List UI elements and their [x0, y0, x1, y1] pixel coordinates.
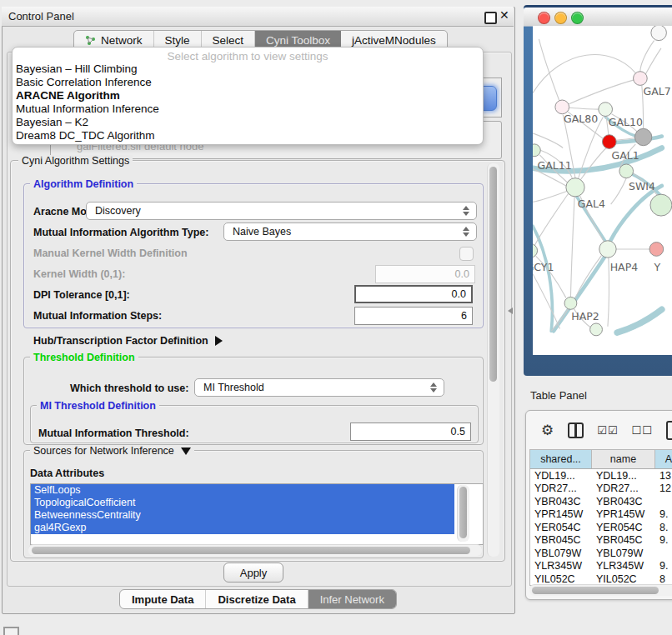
attributes-scrollbar-track[interactable] [457, 485, 469, 542]
mi-type-value: Naive Bayes [233, 226, 291, 238]
table-row[interactable]: YDL19...YDL19...13 [530, 469, 672, 482]
network-node[interactable] [619, 164, 634, 178]
mi-threshold-label: Mutual Information Threshold: [38, 428, 189, 439]
algorithm-option[interactable]: Dream8 DC_TDC Algorithm [13, 129, 483, 142]
algorithm-option[interactable]: Bayesian – K2 [13, 116, 483, 129]
table-cell: YPR145W [592, 508, 655, 520]
which-threshold-combo[interactable]: MI Threshold [194, 378, 444, 397]
table-row[interactable]: YER054CYER054C8. [530, 521, 672, 534]
table-row[interactable]: YBL079WYBL079W [530, 547, 672, 560]
bottom-tab-discretize-data[interactable]: Discretize Data [206, 590, 308, 608]
table-row[interactable]: YBR043CYBR043C [530, 495, 672, 508]
table-cell: 8. [655, 522, 672, 533]
network-node-gcy1[interactable] [533, 243, 538, 258]
kernel-width-field[interactable]: 0.0 [375, 265, 475, 283]
select-all-columns-icon[interactable]: ☑☑ [597, 424, 618, 437]
window-close-button[interactable] [538, 12, 550, 24]
expander-down-icon [181, 448, 191, 455]
column-header-third[interactable]: A [655, 450, 672, 468]
node-label: Y [654, 261, 661, 273]
kernel-width-label: Kernel Width (0,1): [33, 268, 125, 280]
gear-icon[interactable]: ⚙ [541, 422, 554, 439]
window-minimize-button[interactable] [554, 12, 567, 24]
splitter-handle-icon[interactable] [508, 308, 513, 314]
algorithm-option[interactable]: Mutual Information Inference [13, 102, 483, 116]
mi-steps-label: Mutual Information Steps: [33, 310, 162, 322]
float-panel-button[interactable] [484, 12, 497, 24]
network-node[interactable] [590, 323, 603, 336]
network-window-titlebar [524, 8, 672, 27]
table-row[interactable]: YPR145WYPR145W9. [530, 508, 672, 522]
algorithm-option[interactable]: Bayesian – Hill Climbing [13, 62, 483, 76]
table-cell: YIL052C [530, 573, 592, 585]
table-cell: YLR345W [530, 560, 592, 572]
column-header-shared-name[interactable]: shared... [530, 450, 592, 468]
network-node-hap4[interactable] [599, 241, 616, 258]
dpi-tolerance-field[interactable]: 0.0 [354, 285, 473, 303]
table-hscrollbar-track[interactable] [529, 584, 672, 596]
manual-kernel-checkbox[interactable] [459, 247, 474, 261]
mi-type-combo[interactable]: Naive Bayes [223, 222, 477, 241]
network-node-hap2[interactable] [564, 297, 577, 309]
attributes-scrollbar-thumb[interactable] [459, 487, 467, 538]
attribute-list-item[interactable]: BetweennessCentrality [31, 509, 454, 522]
close-panel-icon[interactable]: ✕ [499, 8, 509, 22]
network-canvas[interactable]: GAL7GAL80GAL10GAL1GAL11SWI4GAL4GCY1HAP4Y… [533, 26, 672, 355]
table-row[interactable]: YBR045CYBR045C9. [530, 534, 672, 548]
network-node-y[interactable] [649, 242, 664, 257]
node-label: GAL7 [644, 85, 671, 98]
node-label: GAL10 [609, 116, 643, 128]
table-row[interactable]: YDR27...YDR27...12 [530, 482, 672, 496]
node-table: shared... name A YDL19...YDL19...13YDR27… [529, 449, 672, 586]
network-node-gal10[interactable] [599, 102, 613, 117]
node-label: GCY1 [533, 261, 554, 273]
settings-scrollbar-track[interactable] [487, 163, 499, 557]
attribute-list-item[interactable]: TopologicalCoefficient [31, 497, 454, 509]
bottom-tab-infer-network[interactable]: Infer Network [308, 590, 396, 608]
attribute-list-item[interactable]: SelfLoops [31, 484, 454, 497]
settings-scrollbar-thumb[interactable] [489, 167, 497, 382]
aracne-mode-combo[interactable]: Discovery [86, 202, 477, 220]
mi-threshold-title: MI Threshold Definition [37, 400, 159, 412]
columns-icon[interactable] [568, 422, 584, 438]
attributes-hscrollbar-track[interactable] [28, 544, 482, 556]
deselect-all-columns-icon[interactable]: ☐☐ [632, 424, 653, 437]
table-header-row: shared... name A [530, 450, 672, 469]
minimized-panel-icon[interactable] [3, 627, 19, 635]
bottom-tab-impute-data[interactable]: Impute Data [120, 590, 206, 608]
control-panel-titlebar [2, 7, 514, 27]
network-node-gal1[interactable] [602, 135, 616, 149]
network-node[interactable] [634, 128, 651, 145]
mi-threshold-field[interactable]: 0.5 [350, 422, 471, 441]
dpi-tolerance-label: DPI Tolerance [0,1]: [33, 289, 130, 301]
mi-type-label: Mutual Information Algorithm Type: [33, 227, 208, 238]
mi-steps-field[interactable]: 6 [354, 307, 473, 325]
which-threshold-value: MI Threshold [203, 382, 264, 393]
table-cell: 9. [655, 508, 672, 520]
sources-expander[interactable]: Sources for Network Inference [30, 445, 194, 457]
column-header-name[interactable]: name [592, 450, 655, 468]
network-node[interactable] [651, 26, 667, 41]
sources-title: Sources for Network Inference [33, 445, 174, 457]
network-node-gal4[interactable] [566, 178, 584, 197]
attributes-hscrollbar-thumb[interactable] [32, 547, 470, 554]
window-zoom-button[interactable] [571, 12, 584, 24]
table-row[interactable]: YLR345WYLR345W9. [530, 560, 672, 573]
hub-definition-expander[interactable]: Hub/Transcription Factor Definition [33, 335, 223, 347]
combo-spinner-icon [463, 227, 469, 237]
network-node-gal11[interactable] [533, 144, 540, 157]
network-node-swi4[interactable] [650, 194, 672, 216]
node-label: SWI4 [629, 181, 655, 193]
table-cell: YDR27... [592, 482, 655, 494]
export-table-icon[interactable] [666, 421, 672, 440]
network-node-gal7[interactable] [634, 72, 648, 86]
table-cell: 9. [655, 534, 672, 546]
attribute-list-item[interactable]: gal4RGexp [31, 522, 454, 534]
which-threshold-label: Which threshold to use: [70, 382, 188, 394]
algorithm-option[interactable]: ARACNE Algorithm [13, 89, 483, 102]
node-label: GAL4 [578, 198, 605, 210]
apply-button[interactable]: Apply [223, 562, 283, 582]
table-hscrollbar-thumb[interactable] [532, 587, 659, 594]
table-cell: YBR043C [530, 496, 592, 508]
algorithm-option[interactable]: Basic Correlation Inference [13, 76, 483, 89]
